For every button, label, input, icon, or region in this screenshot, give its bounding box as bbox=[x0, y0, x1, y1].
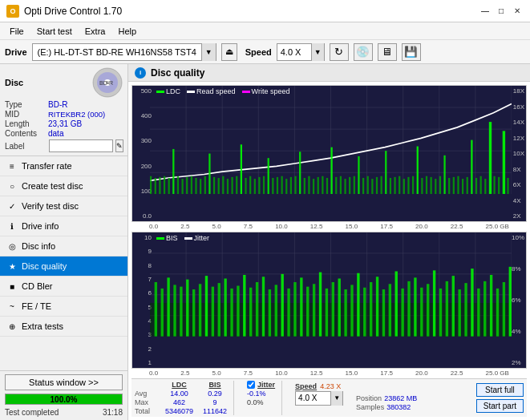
svg-rect-90 bbox=[471, 140, 472, 195]
status-window-button[interactable]: Status window >> bbox=[5, 374, 123, 390]
speed-dropdown-btn[interactable]: ▼ bbox=[311, 43, 324, 61]
svg-rect-142 bbox=[332, 282, 334, 337]
disc-label-edit-btn[interactable]: ✎ bbox=[115, 139, 123, 152]
sidebar-item-label: Disc quality bbox=[22, 261, 67, 271]
svg-rect-92 bbox=[480, 176, 482, 195]
refresh-button[interactable]: ↻ bbox=[330, 43, 349, 61]
legend-jitter-label: Jitter bbox=[194, 234, 210, 242]
svg-rect-154 bbox=[407, 281, 410, 337]
legend-bis-color bbox=[156, 237, 164, 240]
maximize-button[interactable]: □ bbox=[495, 5, 508, 18]
chart2-y-axis-right: 10% 8% 6% 4% 2% bbox=[512, 232, 524, 368]
drivebar: Drive (E:) HL-DT-ST BD-RE WH16NS58 TST4 … bbox=[0, 40, 530, 64]
start-full-button[interactable]: Start full bbox=[476, 383, 524, 397]
menu-help[interactable]: Help bbox=[111, 25, 143, 38]
svg-rect-156 bbox=[420, 288, 423, 337]
svg-rect-132 bbox=[269, 289, 271, 337]
svg-rect-69 bbox=[376, 177, 378, 194]
jitter-header: Jitter bbox=[257, 381, 275, 389]
start-part-button[interactable]: Start part bbox=[476, 399, 524, 413]
save-button[interactable]: 💾 bbox=[402, 43, 421, 61]
svg-text:BD-R: BD-R bbox=[99, 80, 113, 86]
chart1-y-axis-right: 18X 16X 14X 12X 10X 8X 6X 4X 2X bbox=[513, 86, 524, 221]
svg-rect-43 bbox=[258, 177, 260, 194]
svg-rect-74 bbox=[399, 176, 400, 195]
svg-rect-78 bbox=[417, 147, 419, 195]
svg-rect-170 bbox=[509, 267, 512, 337]
sidebar-item-fe-te[interactable]: ~ FE / TE bbox=[0, 297, 127, 317]
sidebar-item-disc-info[interactable]: ◎ Disc info bbox=[0, 236, 127, 256]
svg-rect-124 bbox=[218, 283, 220, 337]
svg-rect-162 bbox=[458, 289, 460, 337]
svg-rect-35 bbox=[222, 176, 224, 195]
svg-rect-64 bbox=[354, 176, 355, 195]
svg-rect-46 bbox=[272, 178, 273, 194]
sidebar-item-cd-bler[interactable]: ■ CD Bler bbox=[0, 277, 127, 297]
bis-header: BIS bbox=[209, 381, 221, 389]
eject-button[interactable]: ⏏ bbox=[221, 43, 237, 61]
svg-rect-27 bbox=[186, 177, 188, 194]
max-ldc: 462 bbox=[173, 398, 185, 406]
drive-dropdown-btn[interactable]: ▼ bbox=[201, 43, 216, 61]
svg-rect-121 bbox=[199, 284, 201, 336]
position-row: Position 23862 MB bbox=[356, 394, 417, 402]
svg-rect-24 bbox=[172, 149, 174, 194]
avg-bis: 0.29 bbox=[208, 390, 222, 398]
window-controls: — □ ✕ bbox=[479, 5, 524, 18]
sidebar-item-verify-test-disc[interactable]: ✓ Verify test disc bbox=[0, 196, 127, 216]
svg-rect-72 bbox=[390, 178, 391, 194]
disc-button[interactable]: 💿 bbox=[354, 43, 373, 61]
svg-rect-152 bbox=[395, 271, 398, 336]
sidebar-item-disc-quality[interactable]: ★ Disc quality bbox=[0, 256, 127, 277]
app-icon: O bbox=[6, 5, 19, 18]
content-area: i Disc quality LDC Read s bbox=[128, 64, 530, 420]
svg-rect-164 bbox=[471, 269, 473, 337]
svg-rect-40 bbox=[245, 178, 246, 194]
legend-read-speed-color bbox=[187, 91, 195, 93]
svg-rect-129 bbox=[249, 288, 252, 337]
disc-label-input[interactable] bbox=[49, 139, 113, 152]
cd-bler-icon: ■ bbox=[6, 281, 18, 292]
svg-rect-96 bbox=[498, 177, 500, 194]
speed-dropdown-arrow[interactable]: ▼ bbox=[330, 391, 342, 406]
menu-extra[interactable]: Extra bbox=[79, 25, 112, 38]
svg-rect-115 bbox=[161, 289, 164, 337]
extra-tests-icon: ⊕ bbox=[6, 321, 18, 332]
sidebar-item-transfer-rate[interactable]: ≡ Transfer rate bbox=[0, 156, 127, 176]
jitter-checkbox[interactable] bbox=[247, 381, 255, 389]
svg-rect-30 bbox=[200, 179, 201, 194]
speed-dropdown-val[interactable]: 4.0 X bbox=[296, 393, 330, 403]
sidebar-item-label: Disc info bbox=[22, 241, 55, 251]
svg-rect-49 bbox=[285, 179, 287, 194]
disc-section: Disc BD-R Type BD-R MID RITEKBR2 (000) bbox=[0, 64, 127, 156]
disc2-button[interactable]: 🖥 bbox=[378, 43, 397, 61]
menu-file[interactable]: File bbox=[3, 25, 30, 38]
speed-selector[interactable]: 4.0 X bbox=[277, 46, 311, 58]
svg-rect-45 bbox=[268, 158, 269, 194]
menu-start-test[interactable]: Start test bbox=[30, 25, 79, 38]
sidebar-item-drive-info[interactable]: ℹ Drive info bbox=[0, 216, 127, 236]
position-label: Position bbox=[356, 394, 382, 402]
svg-rect-119 bbox=[186, 280, 188, 337]
status-section: Status window >> 100.0% Test completed 3… bbox=[0, 370, 127, 420]
svg-rect-87 bbox=[457, 176, 459, 195]
svg-rect-55 bbox=[313, 179, 314, 194]
sidebar-item-create-test-disc[interactable]: ○ Create test disc bbox=[0, 176, 127, 196]
svg-rect-37 bbox=[231, 177, 233, 194]
svg-rect-163 bbox=[464, 283, 467, 337]
position-section: Position 23862 MB Samples 380382 bbox=[356, 386, 417, 411]
svg-rect-141 bbox=[326, 289, 328, 337]
svg-rect-85 bbox=[448, 178, 450, 194]
svg-rect-118 bbox=[180, 287, 182, 337]
svg-rect-50 bbox=[290, 177, 292, 194]
svg-rect-159 bbox=[439, 289, 442, 337]
svg-rect-93 bbox=[484, 179, 486, 194]
sidebar-item-extra-tests[interactable]: ⊕ Extra tests bbox=[0, 317, 127, 337]
minimize-button[interactable]: — bbox=[479, 5, 492, 18]
svg-rect-95 bbox=[493, 176, 495, 195]
svg-rect-51 bbox=[294, 176, 296, 195]
svg-rect-161 bbox=[452, 276, 455, 337]
titlebar-left: O Opti Drive Control 1.70 bbox=[6, 5, 122, 18]
drive-selector[interactable]: (E:) HL-DT-ST BD-RE WH16NS58 TST4 bbox=[33, 46, 201, 58]
close-button[interactable]: ✕ bbox=[511, 5, 524, 18]
